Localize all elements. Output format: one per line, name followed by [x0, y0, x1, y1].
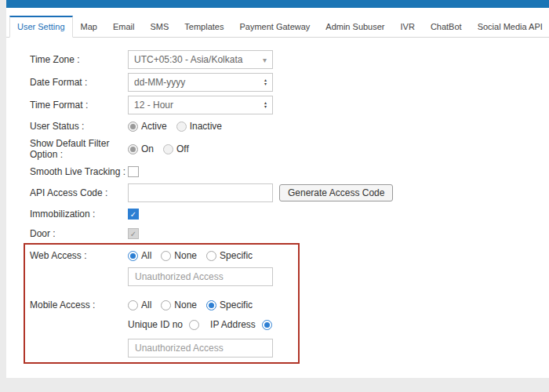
mobile-access-label: Mobile Access : — [30, 299, 128, 310]
filter-off-radio — [163, 144, 173, 154]
smooth-live-tracking-row: Smooth Live Tracking : — [30, 164, 549, 180]
filter-on-radio — [128, 144, 138, 154]
tab-payment-gateway[interactable]: Payment Gateway — [231, 16, 318, 37]
date-format-row: Date Format : dd-MM-yyyy ▴▾ — [30, 73, 549, 92]
show-default-filter-label: Show Default Filter Option : — [30, 138, 128, 160]
page: User Setting Map Email SMS Templates Pay… — [6, 0, 549, 378]
web-access-row: Web Access : All None Specific — [30, 248, 549, 263]
generate-access-code-button[interactable]: Generate Access Code — [279, 184, 393, 201]
web-access-all-option[interactable]: All — [141, 250, 151, 261]
tab-ivr[interactable]: IVR — [393, 16, 423, 37]
smooth-live-tracking-checkbox[interactable] — [128, 166, 139, 177]
web-access-label: Web Access : — [30, 250, 128, 261]
ip-address-radio[interactable] — [262, 320, 272, 330]
user-status-active-radio — [128, 122, 138, 132]
settings-form: Time Zone : UTC+05:30 - Asia/Kolkata ▾ D… — [6, 38, 549, 358]
select-arrows-icon: ▴▾ — [264, 101, 267, 109]
time-format-select[interactable]: 12 - Hour ▴▾ — [128, 96, 273, 114]
show-default-filter-row: Show Default Filter Option : On Off — [30, 138, 549, 160]
mobile-access-input[interactable] — [128, 339, 273, 358]
immobilization-row: Immobilization : ✓ — [30, 206, 549, 222]
api-access-code-row: API Access Code : Generate Access Code — [30, 183, 549, 202]
tab-templates[interactable]: Templates — [176, 16, 231, 37]
web-access-specific-radio[interactable] — [206, 251, 216, 261]
smooth-live-tracking-label: Smooth Live Tracking : — [30, 166, 128, 177]
time-format-value: 12 - Hour — [134, 100, 173, 111]
chevron-down-icon: ▾ — [263, 56, 267, 64]
mobile-access-all-option[interactable]: All — [141, 299, 151, 310]
highlighted-access-section: Web Access : All None Specific Mobile Ac… — [30, 248, 549, 358]
tab-chatbot[interactable]: ChatBot — [423, 16, 470, 37]
tab-map[interactable]: Map — [73, 16, 105, 37]
user-status-label: User Status : — [30, 121, 128, 132]
mobile-access-specific-radio[interactable] — [206, 300, 216, 310]
web-access-specific-option[interactable]: Specific — [220, 250, 253, 261]
tab-social-media-api[interactable]: Social Media API — [470, 16, 549, 37]
mobile-access-input-row — [30, 339, 549, 358]
filter-off-option: Off — [176, 143, 189, 154]
user-status-active-option: Active — [141, 121, 167, 132]
filter-on-option: On — [141, 143, 154, 154]
date-format-label: Date Format : — [30, 77, 128, 88]
tab-email[interactable]: Email — [105, 16, 143, 37]
ip-address-option[interactable]: IP Address — [210, 319, 256, 330]
unique-id-radio[interactable] — [189, 320, 199, 330]
web-access-none-option[interactable]: None — [174, 250, 197, 261]
date-format-select[interactable]: dd-MM-yyyy ▴▾ — [128, 73, 273, 92]
time-format-label: Time Format : — [30, 100, 128, 111]
mobile-access-type-row: Unique ID no IP Address — [30, 317, 549, 332]
tab-bar: User Setting Map Email SMS Templates Pay… — [6, 8, 549, 38]
api-access-code-input[interactable] — [128, 183, 273, 202]
mobile-access-none-radio[interactable] — [161, 300, 171, 310]
time-zone-value: UTC+05:30 - Asia/Kolkata — [134, 54, 242, 65]
mobile-access-all-radio[interactable] — [128, 300, 138, 310]
immobilization-checkbox[interactable]: ✓ — [128, 209, 139, 220]
time-zone-row: Time Zone : UTC+05:30 - Asia/Kolkata ▾ — [30, 50, 549, 69]
time-format-row: Time Format : 12 - Hour ▴▾ — [30, 96, 549, 114]
user-status-inactive-radio — [176, 122, 187, 132]
door-row: Door : ✓ — [30, 226, 549, 241]
web-access-none-radio[interactable] — [161, 251, 171, 261]
tab-user-setting[interactable]: User Setting — [9, 16, 73, 38]
immobilization-label: Immobilization : — [30, 209, 128, 220]
mobile-access-specific-option[interactable]: Specific — [220, 299, 253, 310]
user-status-inactive-option: Inactive — [190, 121, 222, 132]
time-zone-select[interactable]: UTC+05:30 - Asia/Kolkata ▾ — [128, 50, 273, 69]
user-status-row: User Status : Active Inactive — [30, 118, 549, 134]
top-bar — [6, 0, 549, 8]
door-checkbox: ✓ — [128, 228, 139, 239]
date-format-value: dd-MM-yyyy — [134, 77, 185, 88]
tab-sms[interactable]: SMS — [142, 16, 176, 37]
door-label: Door : — [30, 228, 128, 239]
web-access-input[interactable] — [128, 267, 273, 286]
tab-admin-subuser[interactable]: Admin Subuser — [318, 16, 392, 37]
time-zone-label: Time Zone : — [30, 54, 128, 65]
web-access-input-row — [30, 267, 549, 286]
unique-id-option[interactable]: Unique ID no — [128, 319, 183, 330]
select-arrows-icon: ▴▾ — [264, 78, 267, 86]
mobile-access-none-option[interactable]: None — [174, 299, 197, 310]
web-access-all-radio[interactable] — [128, 251, 138, 261]
mobile-access-row: Mobile Access : All None Specific — [30, 297, 549, 313]
api-access-code-label: API Access Code : — [30, 187, 128, 198]
